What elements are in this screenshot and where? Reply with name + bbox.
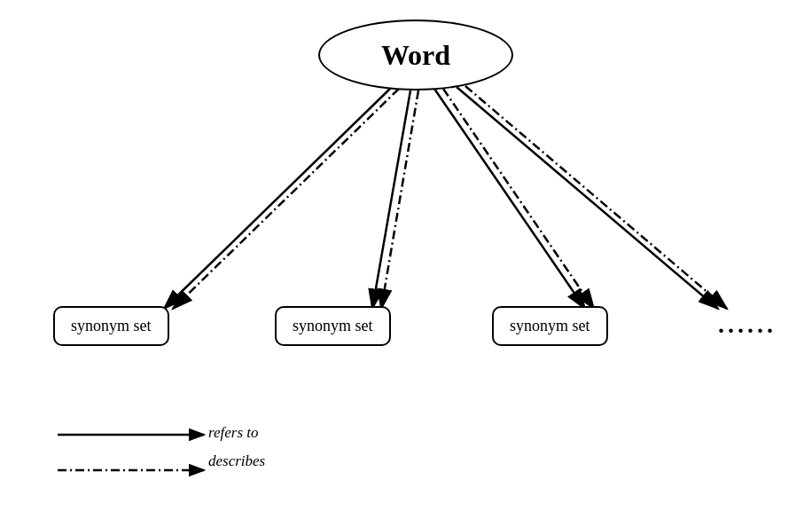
legend-dashdot-label: describes — [208, 452, 265, 470]
word-node: Word — [307, 15, 525, 95]
synset-box-1: synonym set — [53, 306, 169, 346]
svg-line-7 — [381, 90, 418, 309]
svg-line-9 — [443, 89, 594, 309]
svg-line-4 — [164, 89, 390, 309]
legend-dashdot: describes — [53, 452, 265, 470]
word-ellipse: Word — [318, 20, 513, 90]
legend: refers to describes — [53, 424, 265, 470]
diagram-container: Word synonym set synonym set synonym set… — [0, 0, 812, 519]
synset-box-2: synonym set — [275, 306, 391, 346]
svg-line-11 — [465, 86, 727, 309]
word-label: Word — [381, 39, 450, 72]
legend-solid: refers to — [53, 424, 265, 442]
svg-line-6 — [372, 90, 410, 309]
more-indicator: ...... — [718, 311, 777, 339]
svg-line-5 — [173, 89, 399, 309]
synset-box-3: synonym set — [492, 306, 608, 346]
svg-line-10 — [457, 87, 718, 309]
svg-line-8 — [434, 89, 585, 309]
legend-solid-label: refers to — [208, 424, 259, 442]
